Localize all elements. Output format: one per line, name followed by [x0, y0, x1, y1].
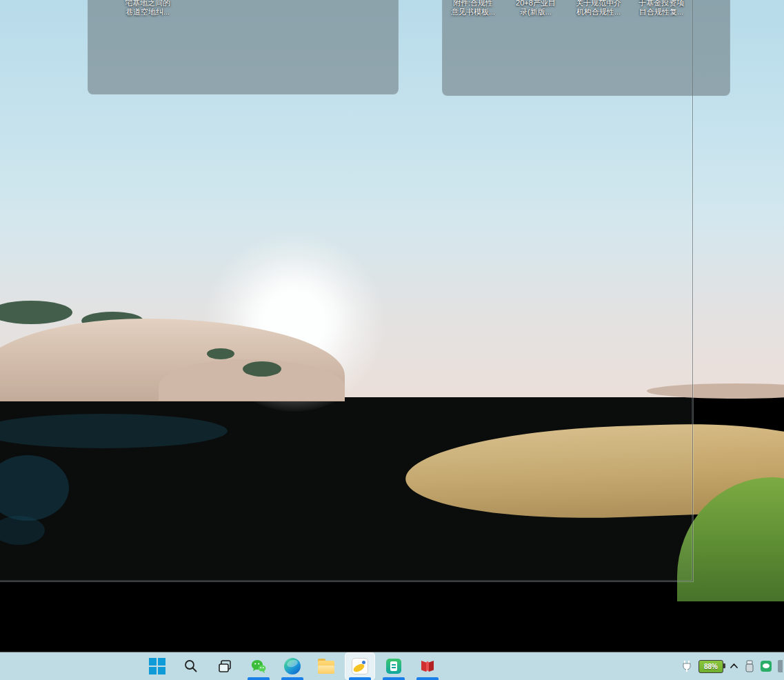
running-indicator	[383, 677, 405, 680]
edge-browser-icon	[284, 658, 301, 674]
charger-plug-icon[interactable]	[681, 660, 692, 672]
desktop-file[interactable]: 关于规范中介 机构合规性...	[570, 0, 627, 17]
edge-taskbar-button[interactable]	[277, 652, 308, 680]
desktop: 宅基地之间的 巷道空地纠... 附件:合规性 意见书模板... 20+8产业目 …	[0, 0, 784, 680]
desktop-file-label: 于基金投资项 目合规性复...	[639, 0, 684, 17]
hidden-edge-icon[interactable]	[778, 660, 783, 672]
file-explorer-button[interactable]	[311, 652, 341, 680]
taskbar: 88%	[0, 652, 784, 680]
system-tray: 88%	[681, 652, 784, 680]
running-indicator	[248, 677, 270, 680]
palette-icon	[352, 659, 368, 674]
battery-indicator[interactable]: 88%	[698, 660, 723, 673]
task-view-icon	[217, 658, 233, 674]
search-button[interactable]	[176, 652, 206, 680]
docs-app-button[interactable]	[379, 652, 409, 680]
chevron-up-icon[interactable]	[730, 662, 738, 670]
red-book-icon	[419, 658, 436, 674]
taskbar-app-area	[142, 652, 443, 680]
folder-icon	[318, 661, 334, 674]
battery-percent-label: 88%	[704, 663, 718, 670]
desktop-file-label: 20+8产业目 录(新版...	[516, 0, 556, 17]
desktop-fence-right: 附件:合规性 意见书模板... 20+8产业目 录(新版... 关于规范中介 机…	[442, 0, 730, 96]
desktop-file[interactable]: 20+8产业目 录(新版...	[507, 0, 565, 17]
desktop-file-label: 宅基地之间的 巷道空地纠...	[125, 0, 170, 17]
start-button[interactable]	[142, 652, 172, 680]
desktop-file-label: 附件:合规性 意见书模板...	[451, 0, 495, 17]
windows-logo-icon	[149, 658, 165, 674]
desktop-file[interactable]: 附件:合规性 意见书模板...	[444, 0, 502, 17]
running-indicator	[281, 677, 303, 680]
desktop-file-label: 关于规范中介 机构合规性...	[576, 0, 621, 17]
reader-app-button[interactable]	[412, 652, 443, 680]
desktop-file[interactable]: 于基金投资项 目合规性复...	[632, 0, 690, 17]
wechat-taskbar-button[interactable]	[243, 652, 274, 680]
usb-device-icon[interactable]	[745, 660, 754, 672]
task-view-button[interactable]	[210, 652, 240, 680]
wechat-icon	[250, 658, 267, 674]
magnifier-icon	[183, 658, 199, 674]
paint-app-button[interactable]	[345, 652, 375, 680]
desktop-fence-left: 宅基地之间的 巷道空地纠...	[88, 0, 399, 94]
running-indicator	[416, 677, 439, 680]
running-indicator	[349, 677, 371, 680]
desktop-file[interactable]: 宅基地之间的 巷道空地纠...	[117, 0, 179, 17]
teal-document-icon	[386, 659, 401, 674]
wechat-tray-icon[interactable]	[761, 661, 772, 672]
